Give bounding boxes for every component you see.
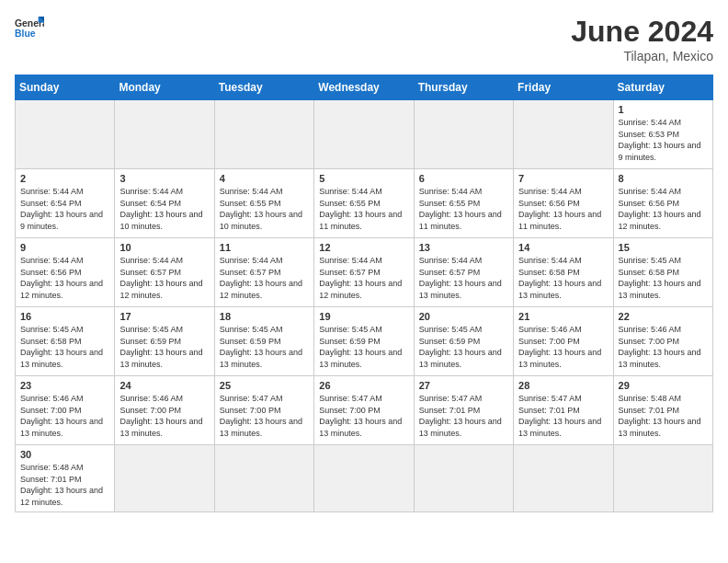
day-info: Sunrise: 5:44 AM Sunset: 6:57 PM Dayligh… xyxy=(319,255,408,301)
day-info: Sunrise: 5:44 AM Sunset: 6:54 PM Dayligh… xyxy=(119,186,209,232)
calendar-cell: 23Sunrise: 5:46 AM Sunset: 7:00 PM Dayli… xyxy=(16,376,115,445)
calendar-cell: 22Sunrise: 5:46 AM Sunset: 7:00 PM Dayli… xyxy=(613,307,712,376)
day-number: 22 xyxy=(619,311,708,322)
day-info: Sunrise: 5:44 AM Sunset: 6:57 PM Dayligh… xyxy=(119,255,209,301)
calendar-cell xyxy=(115,445,214,512)
svg-text:Blue: Blue xyxy=(15,29,36,39)
calendar-cell: 12Sunrise: 5:44 AM Sunset: 6:57 PM Dayli… xyxy=(314,238,414,307)
day-info: Sunrise: 5:44 AM Sunset: 6:53 PM Dayligh… xyxy=(619,117,708,163)
calendar-cell: 15Sunrise: 5:45 AM Sunset: 6:58 PM Dayli… xyxy=(613,238,712,307)
generalblue-logo-icon: General Blue xyxy=(15,15,44,40)
calendar-cell: 30Sunrise: 5:48 AM Sunset: 7:01 PM Dayli… xyxy=(16,445,115,512)
calendar-cell xyxy=(214,445,313,512)
day-info: Sunrise: 5:45 AM Sunset: 6:58 PM Dayligh… xyxy=(20,324,109,370)
day-number: 18 xyxy=(220,311,309,322)
day-number: 7 xyxy=(518,173,608,184)
header-saturday: Saturday xyxy=(613,75,712,100)
day-number: 4 xyxy=(220,173,309,184)
day-number: 23 xyxy=(20,380,109,391)
day-number: 29 xyxy=(619,380,708,391)
day-number: 19 xyxy=(319,311,408,322)
day-info: Sunrise: 5:47 AM Sunset: 7:00 PM Dayligh… xyxy=(220,393,309,439)
day-number: 11 xyxy=(220,242,309,253)
calendar-cell: 1Sunrise: 5:44 AM Sunset: 6:53 PM Daylig… xyxy=(613,100,712,169)
day-info: Sunrise: 5:46 AM Sunset: 7:00 PM Dayligh… xyxy=(619,324,708,370)
calendar-table: Sunday Monday Tuesday Wednesday Thursday… xyxy=(15,75,713,512)
day-info: Sunrise: 5:44 AM Sunset: 6:56 PM Dayligh… xyxy=(619,186,708,232)
calendar-cell: 29Sunrise: 5:48 AM Sunset: 7:01 PM Dayli… xyxy=(613,376,712,445)
page-header: General Blue June 2024 Tilapan, Mexico xyxy=(15,15,713,63)
day-number: 26 xyxy=(319,380,408,391)
calendar-cell: 25Sunrise: 5:47 AM Sunset: 7:00 PM Dayli… xyxy=(214,376,313,445)
calendar-row: 23Sunrise: 5:46 AM Sunset: 7:00 PM Dayli… xyxy=(16,376,713,445)
calendar-cell: 28Sunrise: 5:47 AM Sunset: 7:01 PM Dayli… xyxy=(514,376,613,445)
calendar-cell: 6Sunrise: 5:44 AM Sunset: 6:55 PM Daylig… xyxy=(414,169,513,238)
month-year-title: June 2024 xyxy=(571,15,713,49)
day-number: 10 xyxy=(119,242,209,253)
calendar-cell xyxy=(613,445,712,512)
calendar-cell xyxy=(414,445,513,512)
day-number: 14 xyxy=(518,242,608,253)
day-info: Sunrise: 5:44 AM Sunset: 6:56 PM Dayligh… xyxy=(20,255,109,301)
calendar-cell: 14Sunrise: 5:44 AM Sunset: 6:58 PM Dayli… xyxy=(514,238,613,307)
day-info: Sunrise: 5:48 AM Sunset: 7:01 PM Dayligh… xyxy=(20,462,109,508)
calendar-cell xyxy=(514,445,613,512)
header-thursday: Thursday xyxy=(414,75,513,100)
calendar-row: 16Sunrise: 5:45 AM Sunset: 6:58 PM Dayli… xyxy=(16,307,713,376)
calendar-cell xyxy=(414,100,513,169)
day-info: Sunrise: 5:44 AM Sunset: 6:57 PM Dayligh… xyxy=(220,255,309,301)
day-number: 3 xyxy=(119,173,209,184)
calendar-cell: 27Sunrise: 5:47 AM Sunset: 7:01 PM Dayli… xyxy=(414,376,513,445)
calendar-cell: 20Sunrise: 5:45 AM Sunset: 6:59 PM Dayli… xyxy=(414,307,513,376)
day-info: Sunrise: 5:46 AM Sunset: 7:00 PM Dayligh… xyxy=(518,324,608,370)
calendar-cell: 11Sunrise: 5:44 AM Sunset: 6:57 PM Dayli… xyxy=(214,238,313,307)
calendar-cell: 24Sunrise: 5:46 AM Sunset: 7:00 PM Dayli… xyxy=(115,376,214,445)
calendar-cell: 16Sunrise: 5:45 AM Sunset: 6:58 PM Dayli… xyxy=(16,307,115,376)
calendar-cell xyxy=(314,100,414,169)
day-info: Sunrise: 5:44 AM Sunset: 6:55 PM Dayligh… xyxy=(220,186,309,232)
calendar-row: 30Sunrise: 5:48 AM Sunset: 7:01 PM Dayli… xyxy=(16,445,713,512)
day-number: 17 xyxy=(119,311,209,322)
day-info: Sunrise: 5:44 AM Sunset: 6:56 PM Dayligh… xyxy=(518,186,608,232)
calendar-cell: 21Sunrise: 5:46 AM Sunset: 7:00 PM Dayli… xyxy=(514,307,613,376)
calendar-cell: 4Sunrise: 5:44 AM Sunset: 6:55 PM Daylig… xyxy=(214,169,313,238)
day-info: Sunrise: 5:44 AM Sunset: 6:57 PM Dayligh… xyxy=(419,255,508,301)
calendar-cell: 18Sunrise: 5:45 AM Sunset: 6:59 PM Dayli… xyxy=(214,307,313,376)
day-number: 9 xyxy=(20,242,109,253)
day-number: 5 xyxy=(319,173,408,184)
day-number: 27 xyxy=(419,380,508,391)
day-info: Sunrise: 5:45 AM Sunset: 6:58 PM Dayligh… xyxy=(619,255,708,301)
day-number: 8 xyxy=(619,173,708,184)
day-number: 20 xyxy=(419,311,508,322)
calendar-cell xyxy=(16,100,115,169)
day-number: 6 xyxy=(419,173,508,184)
calendar-cell: 8Sunrise: 5:44 AM Sunset: 6:56 PM Daylig… xyxy=(613,169,712,238)
day-info: Sunrise: 5:47 AM Sunset: 7:01 PM Dayligh… xyxy=(518,393,608,439)
logo: General Blue xyxy=(15,15,44,40)
calendar-cell: 3Sunrise: 5:44 AM Sunset: 6:54 PM Daylig… xyxy=(115,169,214,238)
title-block: June 2024 Tilapan, Mexico xyxy=(571,15,713,63)
day-number: 16 xyxy=(20,311,109,322)
day-info: Sunrise: 5:45 AM Sunset: 6:59 PM Dayligh… xyxy=(119,324,209,370)
day-number: 24 xyxy=(119,380,209,391)
calendar-cell: 13Sunrise: 5:44 AM Sunset: 6:57 PM Dayli… xyxy=(414,238,513,307)
day-info: Sunrise: 5:44 AM Sunset: 6:58 PM Dayligh… xyxy=(518,255,608,301)
header-monday: Monday xyxy=(115,75,214,100)
day-number: 13 xyxy=(419,242,508,253)
calendar-cell: 10Sunrise: 5:44 AM Sunset: 6:57 PM Dayli… xyxy=(115,238,214,307)
day-number: 30 xyxy=(20,449,109,460)
calendar-cell xyxy=(115,100,214,169)
day-number: 15 xyxy=(619,242,708,253)
days-header-row: Sunday Monday Tuesday Wednesday Thursday… xyxy=(16,75,713,100)
header-tuesday: Tuesday xyxy=(214,75,313,100)
day-number: 2 xyxy=(20,173,109,184)
calendar-cell: 26Sunrise: 5:47 AM Sunset: 7:00 PM Dayli… xyxy=(314,376,414,445)
day-number: 25 xyxy=(220,380,309,391)
calendar-cell xyxy=(214,100,313,169)
day-info: Sunrise: 5:44 AM Sunset: 6:55 PM Dayligh… xyxy=(419,186,508,232)
calendar-row: 9Sunrise: 5:44 AM Sunset: 6:56 PM Daylig… xyxy=(16,238,713,307)
calendar-cell xyxy=(314,445,414,512)
calendar-cell: 7Sunrise: 5:44 AM Sunset: 6:56 PM Daylig… xyxy=(514,169,613,238)
day-number: 1 xyxy=(619,104,708,115)
calendar-cell xyxy=(514,100,613,169)
